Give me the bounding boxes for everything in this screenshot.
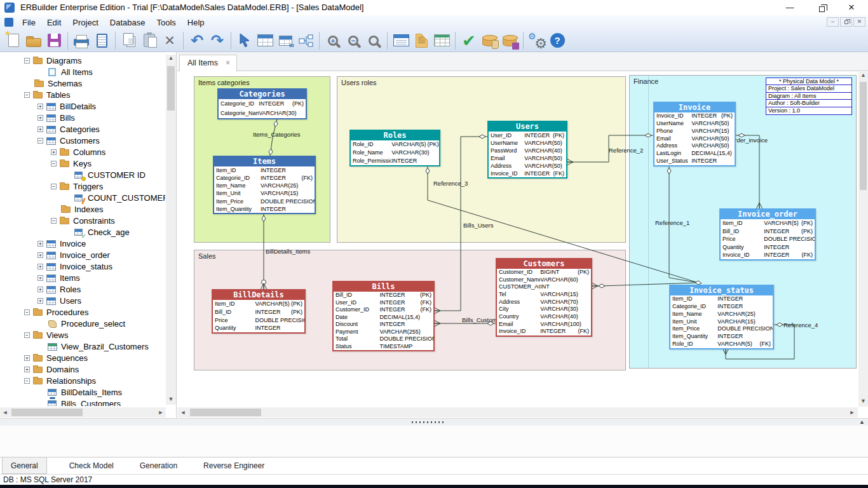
tree-item-billdetails-items[interactable]: BillDetails_Items	[0, 386, 165, 398]
open-project-button[interactable]	[24, 30, 44, 51]
mdi-minimize-button[interactable]: –	[827, 17, 839, 27]
output-tab-general[interactable]: General	[2, 458, 47, 474]
scrollbar-thumb[interactable]	[167, 66, 175, 111]
tree-item-check-age[interactable]: ✓Check_age	[0, 226, 165, 238]
entity-categories[interactable]: CategoriesCategorie_IDINTEGER(PK)Categor…	[217, 88, 307, 119]
entity-bills[interactable]: BillsBill_IDINTEGER(PK)User_IDINTEGER(FK…	[332, 281, 435, 351]
scroll-right-icon[interactable]: ►	[848, 409, 856, 416]
tree-item-constraints[interactable]: −Constraints	[0, 215, 165, 226]
scroll-left-icon[interactable]: ◄	[1, 409, 9, 416]
expand-icon[interactable]: +	[24, 367, 30, 372]
scrollbar-thumb[interactable]	[860, 82, 867, 190]
document-icon[interactable]	[4, 18, 13, 27]
expand-icon[interactable]: +	[37, 298, 43, 304]
tree-item-views[interactable]: −Views	[0, 329, 165, 341]
pointer-button[interactable]	[234, 30, 255, 51]
scroll-up-icon[interactable]: ▲	[166, 55, 176, 64]
entity-roles[interactable]: RolesRole_IDVARCHAR(5)(PK)Role_NameVARCH…	[349, 130, 440, 166]
splitter-grip[interactable]	[412, 421, 445, 423]
tree-item-sequences[interactable]: +Sequences	[0, 352, 165, 363]
scroll-left-icon[interactable]: ◄	[179, 409, 187, 416]
tab-close-icon[interactable]: ×	[226, 58, 230, 67]
tree-vertical-scrollbar[interactable]: ▲ ▼	[166, 55, 176, 405]
canvas-horizontal-scrollbar[interactable]: ◄ ►	[177, 407, 858, 417]
output-tab-reverse-engineer[interactable]: Reverse Engineer	[195, 458, 273, 474]
settings-button[interactable]: ⚙⚙	[527, 30, 547, 51]
entity-users[interactable]: UsersUser_IDINTEGER(PK)UserNameVARCHAR(5…	[487, 121, 567, 179]
tree-item-all-items[interactable]: All Items	[0, 66, 165, 78]
collapse-icon[interactable]: −	[24, 92, 30, 98]
report-button[interactable]	[92, 30, 112, 51]
collapse-icon[interactable]: −	[24, 332, 30, 338]
expand-icon[interactable]: +	[37, 252, 43, 258]
form-view-button[interactable]	[431, 30, 452, 51]
check-model-button[interactable]: ✔	[459, 30, 479, 51]
output-tab-check-model[interactable]: Check Model	[61, 458, 122, 474]
scroll-right-icon[interactable]: ►	[157, 409, 165, 416]
tree-item-customer-id[interactable]: CUSTOMER ID	[0, 169, 165, 180]
database-script-button[interactable]	[479, 30, 499, 51]
menu-edit[interactable]: Edit	[41, 17, 67, 29]
help-button[interactable]: ?	[547, 30, 567, 51]
tree-item-invoice-status[interactable]: +Invoice_status	[0, 261, 165, 272]
tree-item-domains[interactable]: +Domains	[0, 363, 165, 375]
tree-item-invoice[interactable]: +Invoice	[0, 238, 165, 249]
scrollbar-thumb[interactable]	[11, 409, 83, 416]
expand-icon[interactable]: +	[51, 149, 57, 155]
expand-icon[interactable]: +	[24, 355, 30, 361]
entity-billdetails[interactable]: BillDetailsItem_IDVARCHAR(5)(PK)Bill_IDI…	[212, 289, 306, 334]
tree-item-bills-customers[interactable]: Bills_Customers	[0, 398, 165, 406]
document-view-button[interactable]	[391, 30, 411, 51]
mdi-restore-button[interactable]	[840, 17, 852, 27]
menu-file[interactable]: File	[17, 17, 41, 29]
menu-database[interactable]: Database	[104, 17, 151, 29]
expand-icon[interactable]: +	[37, 241, 43, 247]
report-document-button[interactable]	[411, 30, 431, 51]
tree-item-view-brazil-customers[interactable]: View_Brazil_Customers	[0, 341, 165, 352]
entity-customers[interactable]: CustomersCustomer_IDBIGINT(PK)Customer_N…	[496, 258, 592, 337]
model-info-box[interactable]: * Physical Data Model *Project : Sales D…	[766, 78, 852, 115]
tab-all-items[interactable]: All Items×	[179, 55, 237, 71]
restore-button[interactable]	[812, 2, 831, 13]
collapse-icon[interactable]: −	[51, 184, 57, 189]
scroll-down-icon[interactable]: ▼	[858, 398, 868, 407]
expand-icon[interactable]: +	[37, 275, 43, 281]
menu-help[interactable]: Help	[182, 17, 210, 29]
collapse-icon[interactable]: −	[37, 138, 43, 144]
tree-horizontal-scrollbar[interactable]: ◄ ►	[0, 407, 166, 417]
expand-icon[interactable]: +	[37, 126, 43, 132]
zoom-out-button[interactable]: −	[343, 30, 363, 51]
diagram-canvas[interactable]: Items categoriesUsers rolesSalesFinanceI…	[177, 71, 858, 407]
table-relations-button[interactable]: ∞	[275, 30, 295, 51]
collapse-icon[interactable]: −	[24, 58, 30, 64]
menu-project[interactable]: Project	[67, 17, 104, 29]
tree-item-diagrams[interactable]: −Diagrams	[0, 55, 165, 66]
collapse-icon[interactable]: −	[51, 161, 57, 166]
tree-item-items[interactable]: +Items	[0, 272, 165, 283]
minimize-button[interactable]: —	[780, 2, 799, 13]
tree-item-tables[interactable]: −Tables	[0, 89, 165, 100]
print-button[interactable]	[71, 30, 92, 51]
output-tab-generation[interactable]: Generation	[132, 458, 186, 474]
tree-item-count-customers[interactable]: COUNT_CUSTOMERS	[0, 192, 165, 203]
copy-button[interactable]	[119, 30, 139, 51]
scroll-up-icon[interactable]: ▲	[858, 72, 868, 81]
tree-item-indexes[interactable]: Indexes	[0, 203, 165, 215]
collapse-icon[interactable]: −	[24, 309, 30, 315]
entity-invoice[interactable]: InvoiceInvoice_IDINTEGER(PK)UserNameVARC…	[653, 102, 736, 166]
tree-item-users[interactable]: +Users	[0, 295, 165, 306]
entity-items[interactable]: ItemsItem_IDINTEGERCategorie_IDINTEGER(F…	[213, 156, 316, 214]
tree-item-procedure-select[interactable]: Procedure_select	[0, 318, 165, 329]
close-button[interactable]: ✕	[842, 2, 861, 13]
scroll-down-icon[interactable]: ▼	[166, 396, 176, 405]
collapse-icon[interactable]: −	[24, 378, 30, 384]
tree-item-roles[interactable]: +Roles	[0, 283, 165, 295]
zoom-in-button[interactable]: +	[323, 30, 343, 51]
tree-item-bills[interactable]: +Bills	[0, 112, 165, 123]
tree-item-keys[interactable]: −Keys	[0, 158, 165, 169]
tree-item-schemas[interactable]: Schemas	[0, 78, 165, 89]
delete-button[interactable]: ✕	[159, 30, 180, 51]
database-save-button[interactable]	[499, 30, 520, 51]
tree-item-categories[interactable]: +Categories	[0, 123, 165, 135]
tree-item-columns[interactable]: +Columns	[0, 146, 165, 158]
